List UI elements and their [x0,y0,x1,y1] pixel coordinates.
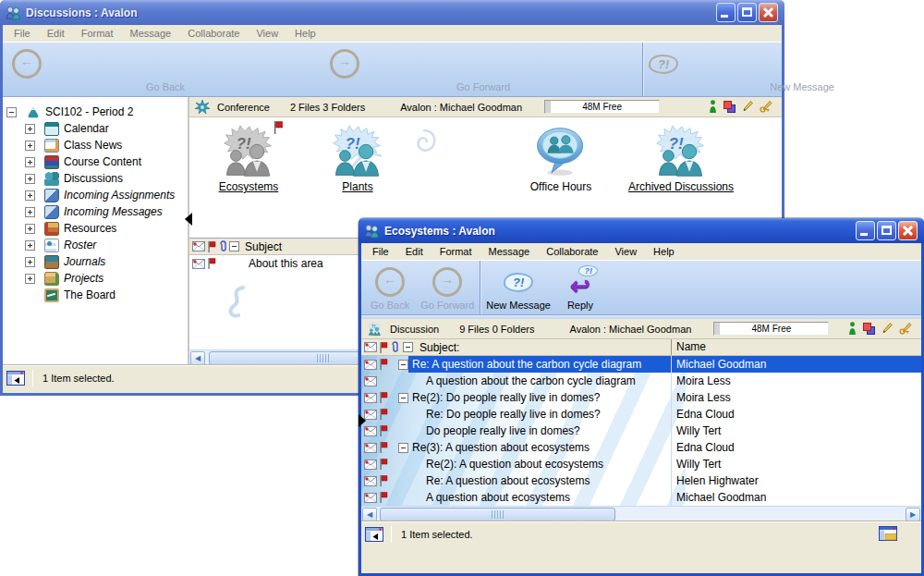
split-view-icon[interactable] [879,526,897,541]
thread-collapse-box[interactable] [398,443,408,453]
pane-resize-arrow[interactable] [359,414,366,427]
layers-icon[interactable] [723,101,736,113]
toolbar-button[interactable]: Go Forward [415,261,480,314]
toolbar-button[interactable]: New Message [480,261,556,314]
message-column-icon[interactable] [364,342,377,352]
tree-item[interactable]: Discussions [3,170,188,187]
toolbar-label: New Message [486,300,551,311]
expand-box[interactable] [25,124,35,134]
pane-toggle-icon[interactable] [365,527,383,542]
tree-item[interactable]: Journals [3,253,188,270]
course-tree: SCI102 - Period 2 Calendar Class News [3,97,189,365]
conference-item[interactable]: Ecosystems [201,125,297,193]
menu-item[interactable]: Edit [397,246,432,257]
tree-item[interactable]: Course Content [3,153,188,170]
pencil-icon[interactable] [881,323,893,335]
titlebar-ecosystems[interactable]: Ecosystems : Avalon [359,218,924,243]
attachment-column-icon[interactable] [218,240,227,252]
row-icons [361,492,389,503]
maximize-button[interactable] [877,221,896,240]
toolbar: Go Back Go Forward New Message Reply [361,261,921,315]
expand-box[interactable] [25,224,35,234]
discussion-icon [367,322,383,337]
scroll-thumb[interactable] [380,508,615,521]
collapse-all-box[interactable] [403,342,413,352]
collapse-all-box[interactable] [229,241,239,251]
toolbar-button[interactable]: New Message [643,43,924,96]
table-row[interactable]: Re(3): A question about ecosystems Edna … [361,439,921,456]
flag-column-icon[interactable] [207,241,216,252]
menu-item[interactable]: Message [480,246,539,257]
toolbar-button[interactable]: Go Back [6,43,324,96]
flag-column-icon[interactable] [379,342,388,353]
scroll-left-button[interactable] [190,351,205,365]
toolbar-button[interactable]: Reply [556,261,604,314]
person-status-icon[interactable] [709,100,717,114]
infobar-icons [709,100,772,114]
scroll-left-button[interactable] [362,508,377,521]
toolbar-button[interactable]: Go Back [365,261,415,314]
minimize-button[interactable] [856,221,875,240]
menu-item[interactable]: Help [645,246,683,257]
menu-item[interactable]: Collaborate [538,246,606,257]
tree-item[interactable]: Incoming Messages [3,203,188,220]
table-row[interactable]: A question about ecosystems Michael Good… [361,489,921,506]
collapse-box[interactable] [6,107,17,117]
conference-item[interactable]: Office Hours [500,125,622,193]
scroll-right-button[interactable] [906,508,920,521]
menu-item[interactable]: Format [432,246,480,257]
tree-item[interactable]: Resources [3,220,188,237]
tree-item[interactable]: Incoming Assignments [3,187,188,203]
conference-item[interactable]: Plants [304,125,411,193]
layers-icon[interactable] [863,323,875,335]
list-header[interactable]: Subject: Name [361,339,921,356]
menu-item[interactable]: File [6,28,39,39]
thread-collapse-box[interactable] [398,360,408,370]
pencil-icon[interactable] [742,101,753,113]
flag-icon [379,475,388,486]
key-pencil-icon[interactable] [899,323,912,335]
person-status-icon[interactable] [848,322,857,336]
row-icons [361,375,389,386]
table-row[interactable]: Re: A question about the carbon cycle di… [361,356,921,373]
expand-box[interactable] [25,190,35,201]
tree-item[interactable]: Class News [3,137,188,153]
table-row[interactable]: Do people really live in domes? Willy Te… [361,423,921,439]
horizontal-scrollbar[interactable] [361,506,921,521]
row-icons [361,392,389,403]
subject-column-header: Subject [245,240,282,253]
name-column-header[interactable]: Name [671,339,921,355]
menu-item[interactable]: File [364,246,397,257]
message-column-icon[interactable] [192,241,205,251]
toolbar-button[interactable]: Go Forward [324,43,643,96]
table-row[interactable]: A question about the carbon cycle diagra… [361,373,921,389]
expand-box[interactable] [25,174,35,184]
tree-item[interactable]: Roster [3,237,188,253]
expand-box[interactable] [25,207,35,217]
expand-box[interactable] [25,157,35,167]
table-row[interactable]: Re(2): A question about ecosystems Willy… [361,456,921,472]
pane-toggle-icon[interactable] [6,371,25,386]
table-row[interactable]: Re(2): Do people really live in domes? M… [361,389,921,406]
conference-item[interactable]: Archived Discussions [605,125,757,193]
pane-resize-arrow[interactable] [185,213,192,226]
tree-item[interactable]: The Board [3,287,188,303]
close-button[interactable] [898,221,918,240]
expand-box[interactable] [25,240,35,251]
table-row[interactable]: Re: A question about ecosystems Helen Hi… [361,472,921,489]
tree-item-label: Roster [64,239,96,251]
tree-item-label: The Board [64,288,116,301]
app-icon [5,6,21,20]
flag-icon [379,492,388,503]
table-row[interactable]: Re: Do people really live in domes? Edna… [361,406,921,423]
thread-collapse-box[interactable] [398,393,408,403]
scroll-track[interactable] [378,508,905,521]
key-pencil-icon[interactable] [760,101,772,113]
menu-item[interactable]: View [606,246,645,257]
tree-item[interactable]: Projects [3,270,188,287]
expand-box[interactable] [25,274,35,284]
attachment-column-icon[interactable] [390,341,399,353]
expand-box[interactable] [25,141,35,151]
expand-box[interactable] [25,257,35,267]
subject-cell: Re: Do people really live in domes? [361,406,671,423]
